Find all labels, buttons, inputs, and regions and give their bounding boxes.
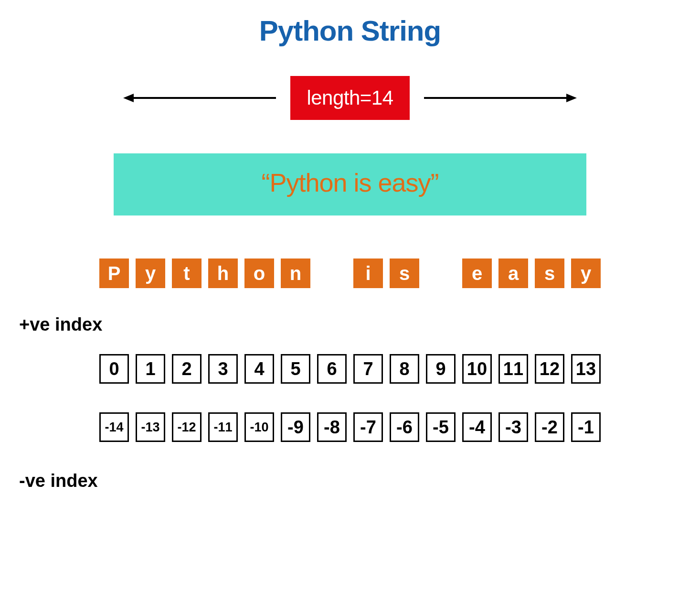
negative-index-box: -5 xyxy=(426,412,456,442)
negative-index-box: -7 xyxy=(353,412,383,442)
positive-index-box: 4 xyxy=(244,354,274,384)
positive-index-box: 6 xyxy=(317,354,347,384)
positive-index-row: 012345678910111213 xyxy=(14,354,686,384)
char-box: t xyxy=(172,258,202,288)
negative-index-box: -2 xyxy=(535,412,564,442)
negative-index-box: -3 xyxy=(498,412,528,442)
char-row: Pythoniseasy xyxy=(14,258,686,288)
negative-index-box: -10 xyxy=(244,412,274,442)
positive-index-box: 7 xyxy=(353,354,383,384)
char-box: n xyxy=(281,258,310,288)
negative-index-box: -14 xyxy=(99,412,129,442)
negative-index-label: -ve index xyxy=(19,471,686,491)
length-badge: length=14 xyxy=(290,76,409,120)
string-banner: “Python is easy” xyxy=(114,153,586,215)
positive-index-box: 2 xyxy=(172,354,202,384)
negative-index-box: -8 xyxy=(317,412,347,442)
char-box: a xyxy=(498,258,528,288)
char-box: P xyxy=(99,258,129,288)
positive-index-box: 9 xyxy=(426,354,456,384)
negative-index-box: -9 xyxy=(281,412,310,442)
positive-index-box: 12 xyxy=(535,354,564,384)
positive-index-box: 1 xyxy=(136,354,165,384)
negative-index-box: -12 xyxy=(172,412,202,442)
char-box: i xyxy=(353,258,383,288)
positive-index-box: 3 xyxy=(208,354,238,384)
positive-index-label: +ve index xyxy=(19,314,686,335)
positive-index-box: 11 xyxy=(498,354,528,384)
page-title: Python String xyxy=(14,14,686,47)
char-box: s xyxy=(390,258,419,288)
char-box: y xyxy=(136,258,165,288)
char-box: y xyxy=(571,258,601,288)
char-box: o xyxy=(244,258,274,288)
arrow-left-icon xyxy=(123,91,276,105)
arrow-right-icon xyxy=(424,91,577,105)
negative-index-box: -1 xyxy=(571,412,601,442)
negative-index-box: -11 xyxy=(208,412,238,442)
length-row: length=14 xyxy=(14,76,686,120)
char-space xyxy=(426,258,456,288)
svg-marker-3 xyxy=(566,94,577,102)
char-box: e xyxy=(462,258,492,288)
positive-index-box: 5 xyxy=(281,354,310,384)
positive-index-box: 0 xyxy=(99,354,129,384)
char-box: h xyxy=(208,258,238,288)
positive-index-box: 8 xyxy=(390,354,419,384)
positive-index-box: 13 xyxy=(571,354,601,384)
svg-marker-1 xyxy=(123,94,134,102)
char-space xyxy=(317,258,347,288)
negative-index-box: -13 xyxy=(136,412,165,442)
char-box: s xyxy=(535,258,564,288)
negative-index-box: -6 xyxy=(390,412,419,442)
positive-index-box: 10 xyxy=(462,354,492,384)
negative-index-box: -4 xyxy=(462,412,492,442)
negative-index-row: -14-13-12-11-10-9-8-7-6-5-4-3-2-1 xyxy=(14,412,686,442)
